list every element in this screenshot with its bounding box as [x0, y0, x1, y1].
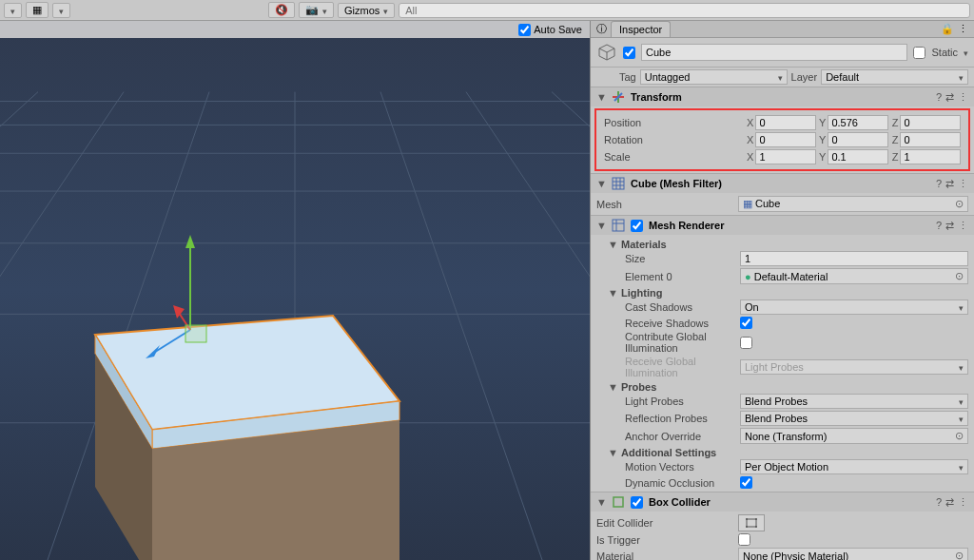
- object-picker-icon[interactable]: ⊙: [955, 198, 964, 210]
- box-collider-enabled[interactable]: [631, 496, 643, 509]
- transform-header[interactable]: ▼ Transform ?⇄⋮: [591, 87, 974, 106]
- svg-rect-25: [185, 325, 206, 342]
- mesh-row: Mesh ▦ Cube⊙: [591, 195, 974, 213]
- dynamic-occlusion-label: Dynamic Occlusion: [625, 477, 736, 489]
- scale-y[interactable]: [828, 149, 888, 164]
- object-picker-icon[interactable]: ⊙: [955, 270, 964, 282]
- box-collider-icon: [612, 495, 625, 509]
- material-label: Material: [596, 550, 734, 561]
- receive-gi-row: Receive Global Illumination Light Probes: [591, 355, 974, 379]
- mesh-filter-header[interactable]: ▼ Cube (Mesh Filter) ?⇄⋮: [591, 174, 974, 193]
- dropdown-button[interactable]: [4, 3, 22, 18]
- fold-icon[interactable]: ▼: [596, 220, 606, 231]
- transform-title: Transform: [631, 91, 930, 103]
- preset-icon[interactable]: ⇄: [945, 220, 954, 232]
- lock-icon[interactable]: 🔒: [941, 23, 954, 35]
- help-icon[interactable]: ?: [936, 220, 942, 232]
- cast-shadows-row: Cast Shadows On: [591, 299, 974, 316]
- svg-line-12: [0, 92, 38, 560]
- position-z[interactable]: [900, 115, 961, 130]
- object-name-field[interactable]: [641, 44, 907, 61]
- help-icon[interactable]: ?: [936, 178, 942, 190]
- rotation-label: Rotation: [604, 134, 742, 145]
- toolbar-button-audio[interactable]: 🔇: [268, 2, 295, 18]
- menu-icon[interactable]: ⋮: [958, 23, 968, 35]
- scale-x[interactable]: [755, 149, 816, 164]
- reflection-probes-dropdown[interactable]: Blend Probes: [740, 411, 968, 426]
- is-trigger-row: Is Trigger: [591, 532, 974, 547]
- mesh-filter-component: ▼ Cube (Mesh Filter) ?⇄⋮ Mesh ▦ Cube⊙: [591, 173, 974, 215]
- toolbar-button-camera[interactable]: 📷: [299, 2, 334, 18]
- toolbar-button-light[interactable]: [52, 3, 70, 18]
- help-icon[interactable]: ?: [936, 91, 942, 104]
- static-dropdown[interactable]: [964, 47, 968, 58]
- dynamic-occlusion-checkbox[interactable]: [740, 476, 752, 489]
- position-label: Position: [604, 117, 742, 128]
- additional-foldout[interactable]: ▼Additional Settings: [591, 445, 974, 458]
- scene-view[interactable]: Auto Save: [0, 21, 590, 560]
- move-gizmo[interactable]: [143, 235, 257, 368]
- mesh-renderer-icon: [612, 219, 625, 232]
- contribute-gi-checkbox[interactable]: [740, 337, 752, 349]
- help-icon[interactable]: ?: [936, 496, 942, 509]
- static-checkbox[interactable]: [913, 47, 925, 59]
- gizmos-label: Gizmos: [344, 5, 380, 16]
- fold-icon[interactable]: ▼: [596, 91, 606, 103]
- rotation-y[interactable]: [828, 132, 888, 147]
- object-picker-icon[interactable]: ⊙: [955, 430, 964, 442]
- menu-icon[interactable]: ⋮: [958, 220, 968, 232]
- svg-line-27: [599, 48, 607, 52]
- dynamic-occlusion-row: Dynamic Occlusion: [591, 475, 974, 490]
- svg-point-43: [746, 518, 748, 520]
- svg-point-46: [755, 526, 757, 528]
- transform-component: ▼ Transform ?⇄⋮ Position X Y Z Rotation: [591, 87, 974, 173]
- transform-values-highlight: Position X Y Z Rotation X Y Z: [594, 108, 970, 171]
- mesh-renderer-header[interactable]: ▼ Mesh Renderer ?⇄⋮: [591, 216, 974, 235]
- inspector-tab[interactable]: Inspector: [611, 21, 671, 37]
- preset-icon[interactable]: ⇄: [945, 178, 954, 190]
- edit-collider-button[interactable]: [738, 514, 765, 531]
- mesh-field[interactable]: ▦ Cube⊙: [738, 196, 968, 212]
- main-area: Auto Save: [0, 21, 974, 560]
- receive-gi-dropdown: Light Probes: [740, 359, 968, 375]
- toolbar-button-2d[interactable]: ▦: [26, 2, 49, 18]
- cast-shadows-dropdown[interactable]: On: [740, 299, 968, 315]
- layer-dropdown[interactable]: Default: [821, 69, 968, 85]
- scale-z[interactable]: [900, 149, 961, 164]
- light-probes-dropdown[interactable]: Blend Probes: [740, 394, 968, 409]
- materials-foldout[interactable]: ▼Materials: [591, 237, 974, 250]
- element0-field[interactable]: ● Default-Material⊙: [740, 268, 968, 284]
- menu-icon[interactable]: ⋮: [958, 91, 968, 104]
- probes-foldout[interactable]: ▼Probes: [591, 379, 974, 393]
- object-picker-icon[interactable]: ⊙: [955, 550, 964, 560]
- anchor-override-field[interactable]: None (Transform)⊙: [740, 428, 968, 444]
- menu-icon[interactable]: ⋮: [958, 496, 968, 509]
- fold-icon[interactable]: ▼: [596, 178, 606, 189]
- svg-rect-41: [614, 497, 623, 507]
- position-y[interactable]: [828, 115, 888, 130]
- preset-icon[interactable]: ⇄: [945, 496, 954, 509]
- motion-vectors-dropdown[interactable]: Per Object Motion: [740, 459, 968, 474]
- element0-row: Element 0 ● Default-Material⊙: [591, 267, 974, 285]
- gizmos-dropdown[interactable]: Gizmos: [338, 3, 395, 18]
- preset-icon[interactable]: ⇄: [945, 91, 954, 104]
- rotation-x[interactable]: [755, 132, 816, 147]
- svg-rect-42: [747, 519, 756, 527]
- size-field[interactable]: [740, 251, 968, 266]
- is-trigger-checkbox[interactable]: [738, 533, 750, 546]
- rotation-z[interactable]: [900, 132, 961, 147]
- box-collider-component: ▼ Box Collider ?⇄⋮ Edit Collider Is Trig…: [591, 492, 974, 560]
- active-checkbox[interactable]: [623, 47, 635, 59]
- menu-icon[interactable]: ⋮: [958, 178, 968, 190]
- cube-icon[interactable]: [596, 42, 617, 63]
- tag-dropdown[interactable]: Untagged: [640, 69, 788, 85]
- material-field[interactable]: None (Physic Material)⊙: [738, 548, 968, 560]
- search-input[interactable]: [399, 3, 970, 18]
- svg-point-44: [755, 518, 757, 520]
- box-collider-header[interactable]: ▼ Box Collider ?⇄⋮: [591, 492, 974, 512]
- fold-icon[interactable]: ▼: [596, 496, 606, 508]
- mesh-renderer-enabled[interactable]: [631, 220, 643, 232]
- receive-shadows-checkbox[interactable]: [740, 317, 752, 329]
- position-x[interactable]: [755, 115, 816, 130]
- lighting-foldout[interactable]: ▼Lighting: [591, 285, 974, 299]
